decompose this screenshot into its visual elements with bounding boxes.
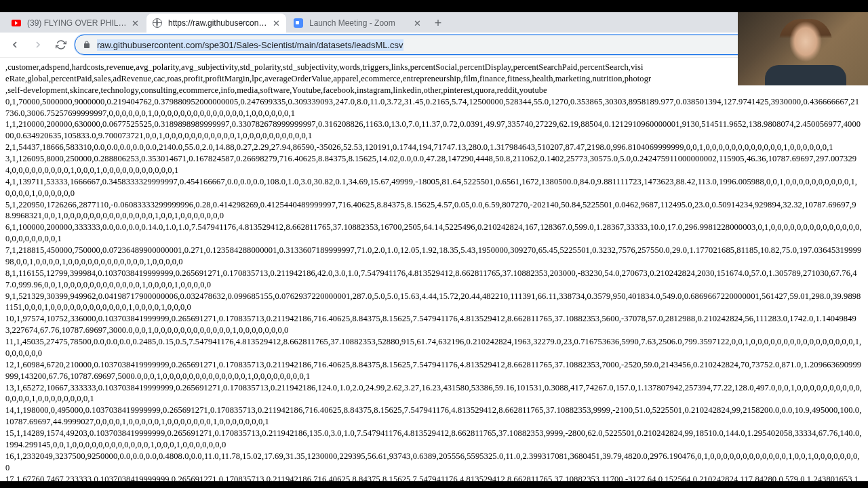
back-button[interactable] <box>5 35 24 54</box>
url-text: raw.githubusercontent.com/spe301/Sales-S… <box>97 39 403 51</box>
reload-button[interactable] <box>52 35 71 54</box>
new-tab-button[interactable]: + <box>429 14 448 33</box>
globe-icon <box>152 18 163 28</box>
tab-title: (39) FLYING OVER PHILIPPINES ( <box>27 18 127 28</box>
webcam-overlay <box>738 12 868 85</box>
tab-github-raw[interactable]: https://raw.githubusercontent.c ✕ <box>146 14 286 33</box>
zoom-icon <box>293 18 304 28</box>
tab-title: Launch Meeting - Zoom <box>309 18 410 28</box>
close-icon[interactable]: ✕ <box>412 18 422 28</box>
csv-raw-text[interactable]: ,customer,adspend,hardcosts,revenue,avg_… <box>0 58 868 481</box>
close-icon[interactable]: ✕ <box>130 18 140 28</box>
lock-icon <box>82 40 92 49</box>
forward-button[interactable] <box>28 35 47 54</box>
tab-youtube[interactable]: (39) FLYING OVER PHILIPPINES ( ✕ <box>5 14 145 33</box>
tab-zoom[interactable]: Launch Meeting - Zoom ✕ <box>288 14 427 33</box>
close-icon[interactable]: ✕ <box>271 18 281 28</box>
page-content: ,customer,adspend,hardcosts,revenue,avg_… <box>0 58 868 481</box>
youtube-icon <box>11 18 22 28</box>
tab-title: https://raw.githubusercontent.c <box>168 18 269 28</box>
